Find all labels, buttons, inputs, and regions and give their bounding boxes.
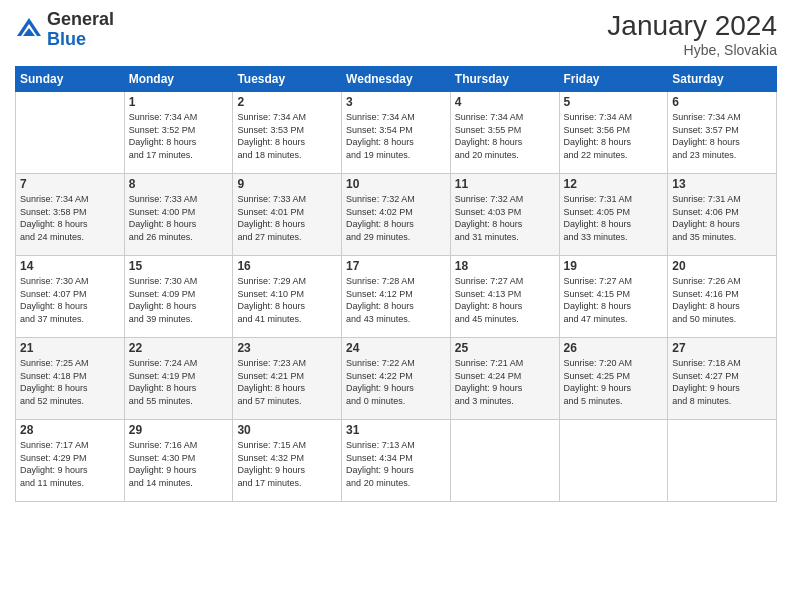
day-info: Sunrise: 7:34 AM Sunset: 3:56 PM Dayligh… <box>564 111 664 161</box>
table-row: 18Sunrise: 7:27 AM Sunset: 4:13 PM Dayli… <box>450 256 559 338</box>
day-number: 4 <box>455 95 555 109</box>
table-row <box>668 420 777 502</box>
day-info: Sunrise: 7:31 AM Sunset: 4:06 PM Dayligh… <box>672 193 772 243</box>
day-info: Sunrise: 7:32 AM Sunset: 4:03 PM Dayligh… <box>455 193 555 243</box>
location: Hybe, Slovakia <box>607 42 777 58</box>
table-row: 3Sunrise: 7:34 AM Sunset: 3:54 PM Daylig… <box>342 92 451 174</box>
table-row: 27Sunrise: 7:18 AM Sunset: 4:27 PM Dayli… <box>668 338 777 420</box>
col-tuesday: Tuesday <box>233 67 342 92</box>
logo-general: General <box>47 9 114 29</box>
table-row: 4Sunrise: 7:34 AM Sunset: 3:55 PM Daylig… <box>450 92 559 174</box>
day-info: Sunrise: 7:16 AM Sunset: 4:30 PM Dayligh… <box>129 439 229 489</box>
table-row: 2Sunrise: 7:34 AM Sunset: 3:53 PM Daylig… <box>233 92 342 174</box>
day-info: Sunrise: 7:18 AM Sunset: 4:27 PM Dayligh… <box>672 357 772 407</box>
day-number: 2 <box>237 95 337 109</box>
day-info: Sunrise: 7:27 AM Sunset: 4:15 PM Dayligh… <box>564 275 664 325</box>
logo-text: General Blue <box>47 10 114 50</box>
table-row: 12Sunrise: 7:31 AM Sunset: 4:05 PM Dayli… <box>559 174 668 256</box>
day-number: 15 <box>129 259 229 273</box>
table-row: 1Sunrise: 7:34 AM Sunset: 3:52 PM Daylig… <box>124 92 233 174</box>
table-row: 14Sunrise: 7:30 AM Sunset: 4:07 PM Dayli… <box>16 256 125 338</box>
day-info: Sunrise: 7:23 AM Sunset: 4:21 PM Dayligh… <box>237 357 337 407</box>
col-wednesday: Wednesday <box>342 67 451 92</box>
day-info: Sunrise: 7:17 AM Sunset: 4:29 PM Dayligh… <box>20 439 120 489</box>
logo-blue: Blue <box>47 29 86 49</box>
day-number: 25 <box>455 341 555 355</box>
day-info: Sunrise: 7:27 AM Sunset: 4:13 PM Dayligh… <box>455 275 555 325</box>
day-info: Sunrise: 7:34 AM Sunset: 3:52 PM Dayligh… <box>129 111 229 161</box>
col-sunday: Sunday <box>16 67 125 92</box>
logo-icon <box>15 16 43 44</box>
day-info: Sunrise: 7:33 AM Sunset: 4:01 PM Dayligh… <box>237 193 337 243</box>
day-info: Sunrise: 7:31 AM Sunset: 4:05 PM Dayligh… <box>564 193 664 243</box>
day-info: Sunrise: 7:33 AM Sunset: 4:00 PM Dayligh… <box>129 193 229 243</box>
day-info: Sunrise: 7:22 AM Sunset: 4:22 PM Dayligh… <box>346 357 446 407</box>
calendar-week-1: 1Sunrise: 7:34 AM Sunset: 3:52 PM Daylig… <box>16 92 777 174</box>
day-info: Sunrise: 7:34 AM Sunset: 3:58 PM Dayligh… <box>20 193 120 243</box>
calendar-page: General Blue January 2024 Hybe, Slovakia… <box>0 0 792 612</box>
table-row: 31Sunrise: 7:13 AM Sunset: 4:34 PM Dayli… <box>342 420 451 502</box>
day-number: 10 <box>346 177 446 191</box>
day-info: Sunrise: 7:34 AM Sunset: 3:57 PM Dayligh… <box>672 111 772 161</box>
col-friday: Friday <box>559 67 668 92</box>
day-number: 23 <box>237 341 337 355</box>
logo: General Blue <box>15 10 114 50</box>
day-number: 28 <box>20 423 120 437</box>
col-saturday: Saturday <box>668 67 777 92</box>
day-number: 5 <box>564 95 664 109</box>
day-info: Sunrise: 7:34 AM Sunset: 3:54 PM Dayligh… <box>346 111 446 161</box>
table-row: 5Sunrise: 7:34 AM Sunset: 3:56 PM Daylig… <box>559 92 668 174</box>
day-info: Sunrise: 7:24 AM Sunset: 4:19 PM Dayligh… <box>129 357 229 407</box>
table-row: 24Sunrise: 7:22 AM Sunset: 4:22 PM Dayli… <box>342 338 451 420</box>
day-info: Sunrise: 7:26 AM Sunset: 4:16 PM Dayligh… <box>672 275 772 325</box>
day-number: 21 <box>20 341 120 355</box>
day-info: Sunrise: 7:13 AM Sunset: 4:34 PM Dayligh… <box>346 439 446 489</box>
day-number: 16 <box>237 259 337 273</box>
day-number: 30 <box>237 423 337 437</box>
table-row: 19Sunrise: 7:27 AM Sunset: 4:15 PM Dayli… <box>559 256 668 338</box>
col-monday: Monday <box>124 67 233 92</box>
day-number: 17 <box>346 259 446 273</box>
table-row: 8Sunrise: 7:33 AM Sunset: 4:00 PM Daylig… <box>124 174 233 256</box>
col-thursday: Thursday <box>450 67 559 92</box>
table-row: 30Sunrise: 7:15 AM Sunset: 4:32 PM Dayli… <box>233 420 342 502</box>
table-row: 15Sunrise: 7:30 AM Sunset: 4:09 PM Dayli… <box>124 256 233 338</box>
calendar-table: Sunday Monday Tuesday Wednesday Thursday… <box>15 66 777 502</box>
table-row: 17Sunrise: 7:28 AM Sunset: 4:12 PM Dayli… <box>342 256 451 338</box>
day-info: Sunrise: 7:20 AM Sunset: 4:25 PM Dayligh… <box>564 357 664 407</box>
table-row: 7Sunrise: 7:34 AM Sunset: 3:58 PM Daylig… <box>16 174 125 256</box>
day-number: 3 <box>346 95 446 109</box>
calendar-week-3: 14Sunrise: 7:30 AM Sunset: 4:07 PM Dayli… <box>16 256 777 338</box>
day-info: Sunrise: 7:30 AM Sunset: 4:07 PM Dayligh… <box>20 275 120 325</box>
table-row: 22Sunrise: 7:24 AM Sunset: 4:19 PM Dayli… <box>124 338 233 420</box>
table-row: 26Sunrise: 7:20 AM Sunset: 4:25 PM Dayli… <box>559 338 668 420</box>
table-row: 6Sunrise: 7:34 AM Sunset: 3:57 PM Daylig… <box>668 92 777 174</box>
day-number: 11 <box>455 177 555 191</box>
day-number: 18 <box>455 259 555 273</box>
day-number: 13 <box>672 177 772 191</box>
day-number: 12 <box>564 177 664 191</box>
day-info: Sunrise: 7:25 AM Sunset: 4:18 PM Dayligh… <box>20 357 120 407</box>
day-number: 14 <box>20 259 120 273</box>
table-row: 28Sunrise: 7:17 AM Sunset: 4:29 PM Dayli… <box>16 420 125 502</box>
table-row: 16Sunrise: 7:29 AM Sunset: 4:10 PM Dayli… <box>233 256 342 338</box>
header: General Blue January 2024 Hybe, Slovakia <box>15 10 777 58</box>
day-number: 29 <box>129 423 229 437</box>
table-row: 10Sunrise: 7:32 AM Sunset: 4:02 PM Dayli… <box>342 174 451 256</box>
day-number: 26 <box>564 341 664 355</box>
calendar-week-2: 7Sunrise: 7:34 AM Sunset: 3:58 PM Daylig… <box>16 174 777 256</box>
day-info: Sunrise: 7:34 AM Sunset: 3:55 PM Dayligh… <box>455 111 555 161</box>
day-number: 22 <box>129 341 229 355</box>
day-number: 8 <box>129 177 229 191</box>
day-number: 19 <box>564 259 664 273</box>
day-number: 6 <box>672 95 772 109</box>
table-row: 11Sunrise: 7:32 AM Sunset: 4:03 PM Dayli… <box>450 174 559 256</box>
day-info: Sunrise: 7:29 AM Sunset: 4:10 PM Dayligh… <box>237 275 337 325</box>
day-number: 1 <box>129 95 229 109</box>
day-number: 24 <box>346 341 446 355</box>
table-row: 20Sunrise: 7:26 AM Sunset: 4:16 PM Dayli… <box>668 256 777 338</box>
day-number: 20 <box>672 259 772 273</box>
calendar-week-5: 28Sunrise: 7:17 AM Sunset: 4:29 PM Dayli… <box>16 420 777 502</box>
header-row: Sunday Monday Tuesday Wednesday Thursday… <box>16 67 777 92</box>
table-row: 21Sunrise: 7:25 AM Sunset: 4:18 PM Dayli… <box>16 338 125 420</box>
